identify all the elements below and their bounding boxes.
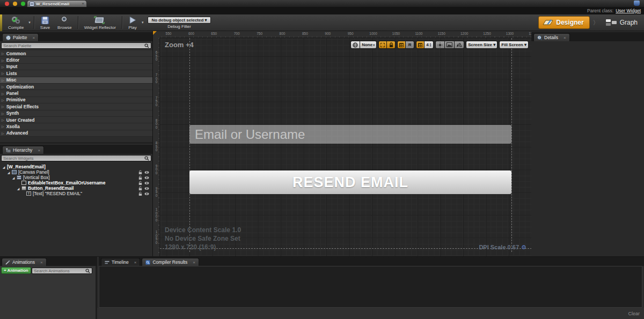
visibility-eye-icon[interactable]	[144, 181, 149, 186]
expander-icon[interactable]: ▷	[2, 92, 4, 95]
expander-icon[interactable]: ◢	[2, 165, 5, 169]
compile-button[interactable]: Compile	[4, 14, 27, 31]
expander-icon[interactable]: ▷	[2, 85, 4, 88]
palette-category-synth[interactable]: ▷Synth	[0, 110, 152, 117]
preview-language-dropdown[interactable]: None▾	[360, 41, 377, 49]
hierarchy-row[interactable]: ◢Button_ResendEmail	[1, 186, 151, 191]
close-icon[interactable]: ×	[134, 260, 137, 265]
save-button[interactable]: Save	[36, 14, 54, 31]
expander-icon[interactable]: ▷	[2, 78, 4, 82]
palette-tab[interactable]: Palette ×	[2, 33, 39, 41]
close-icon[interactable]: ×	[193, 260, 195, 265]
macos-minimize-button[interactable]	[13, 2, 17, 6]
localization-preview-button[interactable]	[350, 41, 360, 49]
animations-search-input[interactable]: Search Animations	[32, 268, 92, 274]
debug-object-dropdown[interactable]: No debug object selected ▾	[148, 17, 210, 24]
browse-button[interactable]: Browse	[54, 14, 76, 31]
close-icon[interactable]: ×	[32, 35, 35, 40]
hierarchy-tabbar: Hierarchy ×	[0, 145, 152, 154]
editable-textbox-widget[interactable]: Email or Username	[189, 125, 511, 144]
add-animation-button[interactable]: + Animation	[1, 267, 31, 274]
hierarchy-tab[interactable]: Hierarchy ×	[2, 146, 44, 154]
visibility-eye-icon[interactable]	[144, 186, 149, 191]
grid-snap-size-stepper[interactable]: 4 ▲▼	[425, 41, 434, 49]
visibility-eye-icon[interactable]	[144, 191, 149, 196]
palette-category-input[interactable]: ▷Input	[0, 64, 152, 70]
palette-category-advanced[interactable]: ▷Advanced	[0, 130, 152, 137]
compiler-results-tab[interactable]: Compiler Results ×	[142, 258, 199, 266]
animations-tab[interactable]: Animations ×	[2, 258, 47, 266]
expander-icon[interactable]: ◢	[7, 170, 10, 174]
expander-icon[interactable]: ▷	[2, 131, 4, 135]
pixel-snapping-button[interactable]	[435, 41, 445, 49]
palette-category-editor[interactable]: ▷Editor	[0, 57, 152, 63]
close-icon[interactable]: ×	[564, 35, 566, 40]
design-surface[interactable]: Zoom +4 None▾	[160, 38, 532, 256]
snap-rotation-button[interactable]: R	[406, 41, 414, 49]
tab-close-icon[interactable]: ×	[82, 2, 84, 6]
expander-icon[interactable]: ▷	[2, 105, 4, 108]
compiler-results-log[interactable]	[99, 266, 642, 308]
expander-icon[interactable]: ◢	[17, 187, 20, 190]
close-icon[interactable]: ×	[40, 260, 43, 265]
dpi-settings-gear-icon[interactable]: ⚙	[521, 244, 528, 250]
palette-search-input[interactable]: Search Palette	[1, 42, 151, 49]
grid-toggle-button[interactable]	[416, 41, 425, 49]
hierarchy-row[interactable]: EditableTextBox_EmailOrUsername	[1, 180, 151, 186]
hierarchy-row[interactable]: ◢[Vertical Box]	[1, 175, 151, 180]
outline-toggle-button[interactable]	[378, 41, 387, 49]
lock-icon[interactable]	[138, 175, 143, 180]
palette-category-primitive[interactable]: ▷Primitive	[0, 97, 152, 103]
expander-icon[interactable]: ▷	[2, 58, 4, 62]
hierarchy-row[interactable]: ◢[W_ResendEmail]	[1, 164, 151, 169]
lock-icon[interactable]	[138, 170, 143, 175]
close-icon[interactable]: ×	[38, 148, 40, 153]
palette-category-special-effects[interactable]: ▷Special Effects	[0, 103, 152, 110]
visibility-eye-icon[interactable]	[144, 175, 149, 180]
palette-category-user-created[interactable]: ▷User Created	[0, 117, 152, 123]
expander-icon[interactable]: ▷	[2, 118, 4, 122]
compile-dropdown-caret[interactable]: ▾	[28, 20, 31, 25]
lock-icon[interactable]	[138, 186, 143, 191]
hierarchy-row[interactable]: T[Text] "RESEND EMAIL"	[1, 191, 151, 196]
palette-category-lists[interactable]: ▷Lists	[0, 70, 152, 77]
screen-size-dropdown[interactable]: Screen Size ▾	[466, 41, 497, 49]
play-dropdown-caret[interactable]: ▾	[142, 20, 144, 25]
graph-mode-button[interactable]: Graph	[602, 16, 641, 29]
palette-category-common[interactable]: ▷Common	[0, 50, 152, 57]
hierarchy-search-input[interactable]: Search Widgets	[1, 155, 151, 161]
expander-icon[interactable]: ▷	[2, 65, 4, 69]
widget-reflector-button[interactable]: Widget Reflector	[80, 14, 120, 31]
expander-icon[interactable]: ▷	[2, 112, 4, 115]
preview-background-button[interactable]	[445, 41, 455, 49]
asset-tab[interactable]: W_ResendEmail ×	[27, 0, 87, 7]
flip-preview-button[interactable]	[455, 41, 464, 49]
snap-grid-toggle-button[interactable]	[397, 41, 406, 49]
macos-zoom-button[interactable]	[21, 2, 25, 6]
play-button[interactable]: Play	[125, 14, 141, 31]
fill-screen-dropdown[interactable]: Fill Screen ▾	[499, 41, 529, 49]
details-tab[interactable]: i Details ×	[533, 33, 570, 41]
hierarchy-row[interactable]: ◢[Canvas Panel]	[1, 169, 151, 175]
expander-icon[interactable]: ▷	[2, 98, 4, 102]
palette-category-misc[interactable]: ▷Misc	[0, 77, 152, 84]
visibility-eye-icon[interactable]	[144, 170, 149, 175]
clear-log-button[interactable]: Clear	[628, 311, 640, 316]
expander-icon[interactable]: ◢	[12, 176, 15, 180]
palette-category-optimization[interactable]: ▷Optimization	[0, 84, 152, 90]
parent-class-link[interactable]: User Widget	[616, 8, 641, 13]
lock-toggle-button[interactable]	[387, 41, 396, 49]
lock-icon[interactable]	[138, 191, 143, 196]
resend-email-button-widget[interactable]: RESEND EMAIL	[189, 170, 511, 194]
designer-mode-button[interactable]: Designer	[538, 16, 589, 29]
palette-category-panel[interactable]: ▷Panel	[0, 90, 152, 97]
expander-icon[interactable]: ▷	[2, 51, 4, 55]
lock-icon	[389, 42, 393, 48]
expander-icon[interactable]: ▷	[2, 124, 4, 128]
timeline-tab[interactable]: Timeline ×	[101, 258, 140, 266]
macos-close-button[interactable]	[5, 2, 9, 6]
expander-icon[interactable]: ▷	[2, 71, 4, 75]
palette-category-xsolla[interactable]: ▷Xsolla	[0, 123, 152, 130]
lock-icon[interactable]	[138, 181, 143, 186]
panel-splitter[interactable]	[0, 142, 152, 144]
